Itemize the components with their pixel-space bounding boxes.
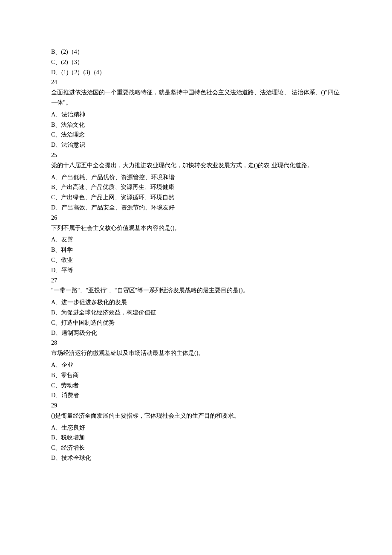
answer-option: C、法治理念 bbox=[51, 130, 341, 140]
answer-option: C、打造中国制造的优势 bbox=[51, 318, 341, 328]
answer-option: B、产出高速、产品优质、资源再生、环境健康 bbox=[51, 182, 341, 192]
answer-option: A、产出低耗、产品优价、资源管控、环境和谐 bbox=[51, 172, 341, 183]
answer-option: C、产出绿色、产品上网、资源循环、环境自然 bbox=[51, 192, 341, 203]
question-text: "一带一路"、"亚投行"、"自贸区"等一系列经济发展战略的最主要目的是()。 bbox=[51, 285, 341, 296]
question-number: 27 bbox=[51, 276, 341, 286]
answer-option: A、进一步促进多极化的发展 bbox=[51, 297, 341, 308]
question-text: 党的十八届五中全会提出，大力推进农业现代化，加快转变农业发展方式，走()的农 业… bbox=[51, 160, 341, 171]
answer-option: D、产出高效、产品安全、资源节约、环境友好 bbox=[51, 203, 341, 213]
question-block: 24全面推进依法治国的一个重要战略特征，就是坚持中国特色社会主义法治道路、法治理… bbox=[51, 77, 341, 150]
answer-option: A、友善 bbox=[51, 235, 341, 245]
question-number: 29 bbox=[51, 401, 341, 411]
question-block: 25党的十八届五中全会提出，大力推进农业现代化，加快转变农业发展方式，走()的农… bbox=[51, 150, 341, 213]
answer-option: B、(2)（4） bbox=[51, 47, 341, 57]
answer-option: A、企业 bbox=[51, 360, 341, 370]
question-block: 27"一带一路"、"亚投行"、"自贸区"等一系列经济发展战略的最主要目的是()。… bbox=[51, 276, 341, 338]
answer-option: D、(1)（2）(3)（4） bbox=[51, 67, 341, 78]
answer-option: A、法治精神 bbox=[51, 110, 341, 120]
answer-option: B、税收增加 bbox=[51, 433, 341, 443]
question-block: 26下列不属于社会主义核心价值观基本内容的是()。A、友善B、科学C、敬业D、平… bbox=[51, 213, 341, 276]
answer-option: C、经济增长 bbox=[51, 443, 341, 453]
question-text: ()是衡量经济全面发展的主要指标，它体现社会主义的生产目的和要求。 bbox=[51, 411, 341, 421]
answer-option: B、法治文化 bbox=[51, 120, 341, 130]
answer-option: D、遏制两级分化 bbox=[51, 328, 341, 338]
answer-option: C、(2)（3） bbox=[51, 57, 341, 67]
answer-option: D、法治意识 bbox=[51, 140, 341, 150]
question-number: 24 bbox=[51, 77, 341, 87]
question-text: 全面推进依法治国的一个重要战略特征，就是坚持中国特色社会主义法治道路、法治理论、… bbox=[51, 87, 341, 108]
question-block: B、(2)（4）C、(2)（3）D、(1)（2）(3)（4） bbox=[51, 47, 341, 77]
answer-option: C、劳动者 bbox=[51, 381, 341, 391]
answer-option: D、消费者 bbox=[51, 390, 341, 401]
answer-option: C、敬业 bbox=[51, 255, 341, 265]
answer-option: B、科学 bbox=[51, 245, 341, 255]
question-number: 28 bbox=[51, 338, 341, 348]
question-number: 26 bbox=[51, 213, 341, 223]
answer-option: B、零售商 bbox=[51, 370, 341, 381]
answer-option: D、技术全球化 bbox=[51, 453, 341, 463]
question-number: 25 bbox=[51, 150, 341, 160]
answer-option: D、平等 bbox=[51, 265, 341, 276]
question-block: 29()是衡量经济全面发展的主要指标，它体现社会主义的生产目的和要求。A、生态良… bbox=[51, 401, 341, 463]
question-text: 下列不属于社会主义核心价值观基本内容的是()。 bbox=[51, 223, 341, 233]
question-text: 市场经济运行的微观基础以及市场活动最基本的主体是()。 bbox=[51, 348, 341, 358]
question-block: 28市场经济运行的微观基础以及市场活动最基本的主体是()。A、企业B、零售商C、… bbox=[51, 338, 341, 401]
answer-option: A、生态良好 bbox=[51, 423, 341, 433]
answer-option: B、为促进全球化经济效益，构建价值链 bbox=[51, 308, 341, 318]
